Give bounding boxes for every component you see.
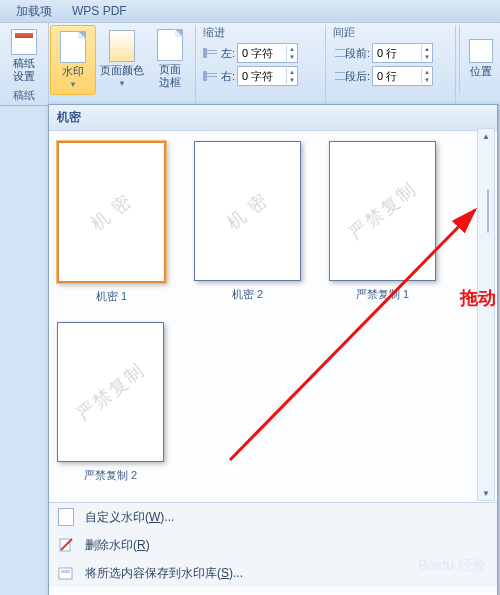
- svg-rect-3: [61, 570, 70, 573]
- indent-right-icon: [203, 71, 221, 81]
- spacing-group: 间距 段前: ▲▼ 段后: ▲▼: [327, 23, 454, 105]
- paper-icon: [11, 29, 37, 55]
- spin-up[interactable]: ▲: [287, 45, 297, 53]
- spacing-before-icon: [333, 48, 345, 58]
- watermark-gallery: 机 密机密 1机 密机密 2严禁复制严禁复制 1严禁复制严禁复制 2: [49, 131, 497, 502]
- page-color-button[interactable]: 页面颜色 ▼: [100, 25, 144, 93]
- indent-left-icon: [203, 48, 221, 58]
- position-icon: [469, 39, 493, 63]
- watermark-thumbnail: 严禁复制: [329, 141, 436, 281]
- watermark-button[interactable]: 水印 ▼: [50, 25, 96, 95]
- ribbon-group-paper: 稿纸 设置 稿纸: [0, 23, 49, 105]
- watermark-icon: [60, 31, 86, 63]
- watermark-thumbnail: 机 密: [194, 141, 301, 281]
- watermark-caption: 机密 2: [232, 287, 263, 302]
- remove-watermark-icon: [57, 536, 75, 554]
- spin-down[interactable]: ▼: [287, 53, 297, 61]
- chevron-down-icon: ▼: [69, 80, 77, 89]
- spin-down[interactable]: ▼: [422, 53, 432, 61]
- watermark-option-1[interactable]: 机 密机密 1: [57, 141, 166, 304]
- custom-watermark-icon: [57, 508, 75, 526]
- page-border-icon: [157, 29, 183, 61]
- chevron-down-icon: ▼: [118, 79, 126, 88]
- watermark-thumbnail: 机 密: [57, 141, 166, 283]
- watermark-text: 严禁复制: [72, 358, 150, 426]
- spin-up[interactable]: ▲: [287, 68, 297, 76]
- spin-down[interactable]: ▼: [422, 76, 432, 84]
- watermark-thumbnail: 严禁复制: [57, 322, 164, 462]
- menu-custom-watermark[interactable]: 自定义水印(W)...: [49, 503, 497, 531]
- dropdown-section-header: 机密: [49, 105, 497, 131]
- ribbon-group-label-paper: 稿纸: [13, 88, 35, 105]
- page-color-icon: [109, 30, 135, 62]
- scroll-thumb[interactable]: [487, 189, 489, 233]
- watermark-option-4[interactable]: 严禁复制严禁复制 2: [57, 322, 164, 483]
- watermark-text: 严禁复制: [344, 177, 422, 245]
- ribbon: 稿纸 设置 稿纸 水印 ▼ 页面颜色 ▼ 页面 边框 缩进: [0, 23, 500, 106]
- menu-save-to-library[interactable]: 将所选内容保存到水印库(S)...: [49, 559, 497, 587]
- position-button[interactable]: 位置: [459, 25, 498, 93]
- scroll-up-button[interactable]: ▲: [478, 129, 494, 143]
- indent-group: 缩进 左: ▲▼ 右: ▲▼: [197, 23, 324, 105]
- indent-left-input[interactable]: ▲▼: [237, 43, 298, 63]
- tab-bar: 加载项 WPS PDF: [0, 0, 500, 23]
- tab-wps-pdf[interactable]: WPS PDF: [62, 2, 137, 20]
- watermark-text: 机 密: [222, 187, 273, 235]
- spacing-after-icon: [333, 71, 345, 81]
- indent-right-input[interactable]: ▲▼: [237, 66, 298, 86]
- menu-remove-watermark[interactable]: 删除水印(R): [49, 531, 497, 559]
- watermark-option-2[interactable]: 机 密机密 2: [194, 141, 301, 304]
- spin-up[interactable]: ▲: [422, 45, 432, 53]
- dropdown-footer: 自定义水印(W)... 删除水印(R) 将所选内容保存到水印库(S)...: [49, 502, 497, 587]
- spin-up[interactable]: ▲: [422, 68, 432, 76]
- watermark-caption: 机密 1: [96, 289, 127, 304]
- watermark-caption: 严禁复制 2: [84, 468, 137, 483]
- spacing-before-input[interactable]: ▲▼: [372, 43, 433, 63]
- spin-down[interactable]: ▼: [287, 76, 297, 84]
- svg-rect-2: [59, 568, 72, 579]
- page-border-button[interactable]: 页面 边框: [148, 25, 192, 93]
- scroll-down-button[interactable]: ▼: [478, 486, 494, 500]
- gallery-scrollbar[interactable]: ▲ ▼: [477, 128, 495, 501]
- spacing-after-input[interactable]: ▲▼: [372, 66, 433, 86]
- watermark-option-3[interactable]: 严禁复制严禁复制 1: [329, 141, 436, 304]
- paper-settings-button[interactable]: 稿纸 设置: [2, 29, 46, 83]
- watermark-caption: 严禁复制 1: [356, 287, 409, 302]
- tab-addins[interactable]: 加载项: [6, 1, 62, 22]
- watermark-dropdown: 机密 机 密机密 1机 密机密 2严禁复制严禁复制 1严禁复制严禁复制 2 自定…: [48, 104, 498, 595]
- watermark-text: 机 密: [86, 188, 137, 236]
- save-library-icon: [57, 564, 75, 582]
- annotation-label: 拖动: [460, 286, 496, 310]
